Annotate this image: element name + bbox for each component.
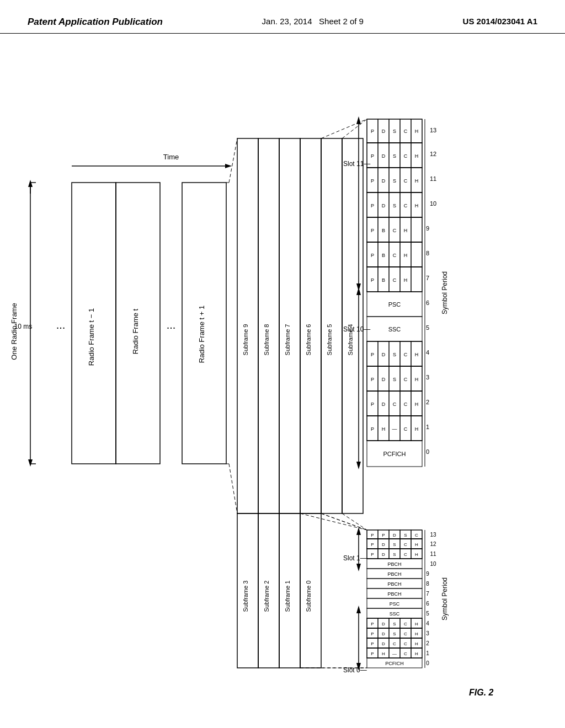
svg-line-20 — [229, 138, 237, 183]
svg-text:...: ... — [56, 319, 66, 331]
svg-text:C: C — [393, 402, 397, 407]
svg-text:S: S — [393, 622, 396, 627]
svg-text:Subframe 9: Subframe 9 — [242, 324, 249, 356]
figure-2-svg: One Radio Frame 10 ms ... Radio Frame t … — [0, 34, 565, 718]
svg-text:PBCH: PBCH — [387, 571, 401, 577]
svg-text:10 ms: 10 ms — [14, 323, 33, 330]
svg-text:...: ... — [167, 319, 176, 331]
svg-text:6: 6 — [426, 299, 429, 306]
svg-text:H: H — [415, 542, 418, 547]
svg-text:S: S — [393, 631, 396, 636]
svg-text:1: 1 — [426, 650, 429, 656]
svg-text:P: P — [371, 153, 374, 159]
svg-text:PCFICH: PCFICH — [385, 661, 404, 666]
svg-text:H: H — [382, 651, 385, 656]
svg-text:Subframe 7: Subframe 7 — [284, 324, 291, 356]
svg-text:D: D — [382, 129, 386, 134]
svg-text:C: C — [404, 377, 408, 382]
svg-text:C: C — [393, 228, 397, 233]
svg-marker-4 — [28, 180, 33, 187]
svg-text:Radio Frame  t: Radio Frame t — [131, 308, 140, 354]
svg-text:H: H — [415, 641, 418, 646]
svg-line-36 — [342, 119, 367, 138]
svg-text:C: C — [404, 631, 407, 636]
svg-text:S: S — [393, 203, 396, 208]
svg-marker-182 — [356, 462, 361, 469]
svg-text:5: 5 — [426, 611, 429, 617]
svg-text:S: S — [393, 153, 396, 159]
svg-text:D: D — [382, 402, 386, 407]
svg-marker-188 — [356, 283, 361, 291]
svg-text:8: 8 — [426, 250, 429, 256]
svg-text:H: H — [415, 622, 418, 627]
svg-text:Subframe 5: Subframe 5 — [326, 324, 333, 356]
svg-text:12: 12 — [430, 151, 436, 157]
svg-text:H: H — [415, 178, 419, 184]
svg-rect-120 — [411, 217, 422, 242]
svg-text:D: D — [382, 377, 386, 382]
svg-text:C: C — [415, 533, 418, 538]
svg-text:Subframe 3: Subframe 3 — [242, 581, 249, 612]
svg-text:D: D — [382, 631, 385, 636]
svg-text:One Radio Frame: One Radio Frame — [10, 303, 18, 360]
svg-text:P: P — [371, 178, 374, 184]
svg-text:Slot 10—: Slot 10— — [343, 325, 370, 333]
svg-text:C: C — [404, 352, 408, 357]
svg-text:S: S — [393, 352, 396, 357]
svg-line-198 — [321, 513, 367, 530]
svg-text:S: S — [393, 129, 396, 134]
svg-text:Symbol Period: Symbol Period — [441, 577, 449, 620]
svg-text:Subframe 1: Subframe 1 — [284, 581, 291, 612]
svg-text:3: 3 — [426, 374, 429, 381]
svg-text:Subframe 0: Subframe 0 — [305, 581, 312, 612]
svg-text:4: 4 — [426, 620, 429, 627]
svg-text:P: P — [371, 651, 374, 656]
svg-text:D: D — [382, 352, 386, 357]
svg-text:PBCH: PBCH — [387, 591, 401, 597]
svg-text:Slot 1—: Slot 1— — [343, 554, 367, 562]
svg-text:7: 7 — [426, 275, 429, 281]
svg-text:B: B — [382, 253, 385, 258]
svg-text:5: 5 — [426, 324, 429, 331]
svg-text:C: C — [404, 402, 408, 407]
svg-text:P: P — [371, 129, 374, 134]
svg-text:H: H — [415, 651, 418, 656]
svg-text:P: P — [371, 203, 374, 208]
svg-text:7: 7 — [426, 591, 429, 597]
svg-marker-17 — [225, 164, 232, 168]
svg-text:12: 12 — [430, 541, 436, 547]
svg-text:Slot 0—: Slot 0— — [343, 666, 367, 674]
svg-text:P: P — [371, 622, 374, 627]
publication-number: US 2014/023041 A1 — [463, 17, 537, 26]
svg-marker-186 — [356, 116, 361, 124]
svg-text:13: 13 — [430, 532, 436, 538]
svg-text:C: C — [404, 552, 407, 557]
svg-text:C: C — [404, 641, 407, 646]
svg-text:SSC: SSC — [388, 326, 401, 333]
svg-text:PSC: PSC — [390, 601, 400, 607]
svg-text:1: 1 — [426, 424, 429, 430]
svg-text:H: H — [415, 129, 419, 134]
svg-text:PBCH: PBCH — [387, 581, 401, 587]
svg-text:P: P — [371, 552, 374, 557]
svg-text:SSC: SSC — [390, 611, 400, 617]
svg-text:P: P — [371, 426, 374, 432]
svg-text:H: H — [415, 153, 419, 159]
svg-text:H: H — [415, 203, 419, 208]
svg-text:Subframe 6: Subframe 6 — [305, 324, 312, 356]
svg-text:H: H — [404, 228, 408, 233]
svg-text:Subframe 2: Subframe 2 — [263, 581, 270, 612]
svg-text:Slot 11—: Slot 11— — [343, 160, 370, 168]
svg-text:H: H — [415, 377, 419, 382]
svg-text:P: P — [371, 228, 374, 233]
svg-text:10: 10 — [430, 561, 436, 567]
svg-text:C: C — [393, 641, 396, 646]
svg-text:C: C — [393, 253, 397, 258]
svg-text:PBCH: PBCH — [387, 561, 401, 567]
svg-text:P: P — [371, 377, 374, 382]
svg-text:3: 3 — [426, 630, 429, 636]
publication-date-sheet: Jan. 23, 2014 Sheet 2 of 9 — [262, 17, 364, 26]
svg-text:9: 9 — [426, 225, 429, 232]
svg-text:8: 8 — [426, 581, 429, 587]
svg-marker-315 — [356, 564, 361, 571]
